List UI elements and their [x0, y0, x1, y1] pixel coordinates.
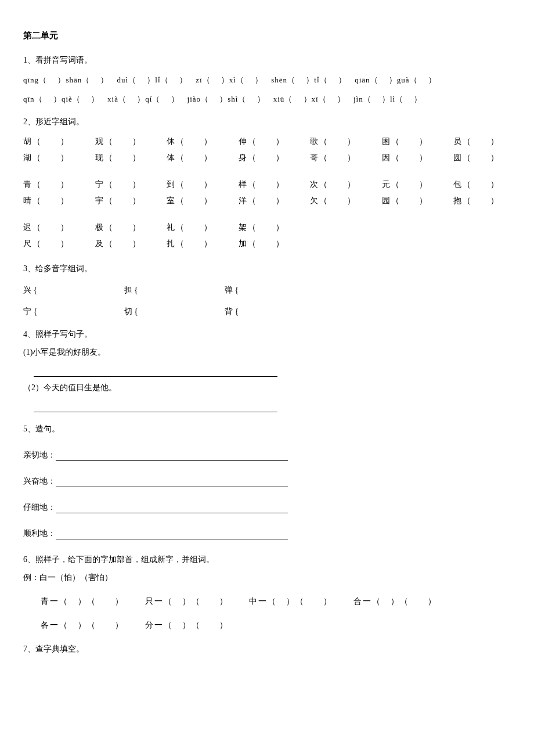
label: 兴奋地：	[23, 477, 56, 485]
q4-item2: （2）今天的值日生是他。	[23, 381, 511, 394]
char: 圆	[453, 153, 463, 162]
char: 晴	[23, 196, 33, 205]
q6-example: 例：白一（怕）（害怕）	[23, 571, 511, 584]
char: 现	[95, 153, 104, 162]
brace-icon: {	[31, 286, 37, 294]
char: 宁	[23, 307, 31, 316]
q4-item1: (1)小军是我的好朋友。	[23, 346, 511, 358]
brace-icon: {	[132, 307, 138, 316]
char: 到	[167, 180, 176, 189]
pinyin: shān	[66, 75, 82, 84]
pinyin: qīng	[23, 75, 39, 84]
q1-head: 1、看拼音写词语。	[23, 54, 511, 66]
answer-blank[interactable]	[56, 531, 288, 539]
char: 礼	[167, 223, 176, 232]
brace-icon: {	[233, 286, 239, 294]
pinyin: duì	[117, 75, 128, 84]
pinyin: lì	[390, 95, 395, 103]
char: 加	[239, 239, 248, 248]
char: 合一	[353, 597, 372, 606]
answer-blank[interactable]	[56, 452, 288, 461]
pinyin: shì	[228, 95, 238, 103]
char: 背	[225, 307, 233, 316]
label: 亲切地：	[23, 451, 56, 459]
pinyin: xiū	[273, 95, 285, 103]
char: 欠	[310, 196, 319, 205]
pinyin: shēn	[271, 75, 287, 84]
q5-item: 仔细地：	[23, 501, 511, 513]
q2-group1: 胡（ ） 观（ ） 休（ ） 伸（ ） 歌（ ） 困（ ） 员（ ） 湖（ ） …	[23, 134, 511, 166]
char: 担	[124, 286, 132, 294]
char: 兴	[23, 286, 31, 294]
q3-row2: 宁 { 切 { 背 {	[23, 305, 511, 318]
q1-row1: qīng（ ）shān（ ） duì（ ）lǐ（ ） zī（ ）xì（ ） sh…	[23, 74, 511, 86]
brace-icon: {	[132, 286, 138, 294]
char: 样	[239, 180, 248, 189]
char: 青	[23, 180, 33, 189]
pinyin: jiào	[187, 95, 201, 103]
q4-head: 4、照样子写句子。	[23, 328, 511, 340]
char: 极	[95, 223, 104, 232]
q5-item: 顺利地：	[23, 527, 511, 539]
pinyin: jìn	[353, 95, 363, 103]
char: 只一	[145, 597, 164, 606]
pinyin: qiè	[62, 95, 73, 103]
char: 室	[167, 196, 176, 205]
q1-row2: qīn（ ）qiè（ ） xià（ ）qí（ ） jiào（ ）shì（ ） x…	[23, 93, 511, 105]
q2-group2: 青（ ） 宁（ ） 到（ ） 样（ ） 次（ ） 元（ ） 包（ ） 晴（ ） …	[23, 177, 511, 209]
brace-icon: {	[31, 307, 37, 316]
pinyin: guà	[397, 75, 410, 84]
answer-blank[interactable]	[56, 478, 288, 487]
pinyin: qí	[145, 95, 152, 103]
char: 体	[167, 153, 176, 162]
char: 弹	[225, 286, 233, 294]
char: 尺	[23, 239, 33, 248]
char: 迟	[23, 223, 33, 232]
char: 包	[453, 180, 463, 189]
pinyin: xì	[229, 75, 236, 84]
char: 宁	[95, 180, 104, 189]
label: 仔细地：	[23, 503, 56, 512]
char: 架	[239, 223, 248, 232]
char: 扎	[167, 239, 176, 248]
char: 宇	[95, 196, 104, 205]
pinyin: qiān	[355, 75, 370, 84]
brace-icon: {	[233, 307, 239, 316]
pinyin: xià	[107, 95, 118, 103]
char: 哥	[310, 153, 319, 162]
char: 元	[382, 180, 391, 189]
q7-head: 7、查字典填空。	[23, 643, 511, 655]
char: 园	[382, 196, 391, 205]
q3-head: 3、给多音字组词。	[23, 262, 511, 275]
pinyin: zī	[196, 75, 202, 84]
answer-blank[interactable]	[34, 411, 277, 412]
q5-item: 亲切地：	[23, 449, 511, 461]
q6-row2: 各一（ ）（ ） 分一（ ）（ ）	[41, 619, 511, 631]
q2-group3: 迟（ ） 极（ ） 礼（ ） 架（ ） 尺（ ） 及（ ） 扎（ ） 加（ ）	[23, 219, 511, 252]
pinyin: tǐ	[314, 75, 320, 84]
char: 观	[95, 137, 104, 146]
char: 次	[310, 180, 319, 189]
pinyin: xī	[312, 95, 319, 103]
q3-row1: 兴 { 担 { 弹 {	[23, 284, 511, 296]
char: 青一	[41, 597, 59, 606]
pinyin: qīn	[23, 95, 35, 103]
char: 湖	[23, 153, 33, 162]
char: 休	[167, 137, 176, 146]
char: 各一	[41, 621, 59, 629]
answer-blank[interactable]	[34, 376, 277, 377]
q5-item: 兴奋地：	[23, 475, 511, 487]
label: 顺利地：	[23, 529, 56, 538]
char: 中一	[249, 597, 268, 606]
q2-head: 2、形近字组词。	[23, 116, 511, 128]
char: 伸	[239, 137, 248, 146]
char: 员	[453, 137, 463, 146]
q6-row1: 青一（ ）（ ） 只一（ ）（ ） 中一（ ）（ ） 合一（ ）（ ）	[41, 595, 511, 607]
char: 歌	[310, 137, 319, 146]
char: 分一	[145, 621, 164, 629]
q5-head: 5、造句。	[23, 423, 511, 435]
char: 抱	[453, 196, 463, 205]
char: 胡	[23, 137, 33, 146]
answer-blank[interactable]	[56, 505, 288, 513]
q6-head: 6、照样子，给下面的字加部首，组成新字，并组词。	[23, 553, 511, 566]
